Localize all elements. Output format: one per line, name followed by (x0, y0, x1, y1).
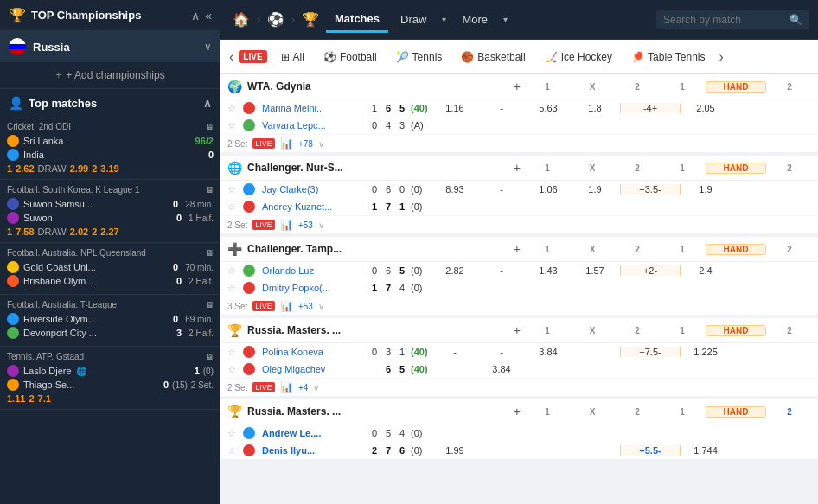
odds-1-polina[interactable]: - (433, 347, 476, 357)
star-icon-andrey[interactable]: ☆ (227, 201, 236, 213)
sport-tab-football[interactable]: ⚽ Football (315, 48, 386, 67)
odds-aval-korea[interactable]: 2.27 (100, 226, 118, 237)
add-championships[interactable]: + + Add championships (0, 62, 220, 89)
odds-x-orlando[interactable]: - (480, 265, 523, 276)
col-h-x-nur: X (571, 163, 614, 173)
odds-h-cricket[interactable]: 1 (7, 163, 12, 174)
tab-more[interactable]: More (453, 8, 496, 31)
team-left-riverside: Riverside Olym... (7, 313, 173, 325)
double-arrow-icon[interactable]: « (205, 9, 212, 22)
hand-cell-orlando[interactable]: +2- (620, 265, 681, 276)
odds-2-jay[interactable]: 1.06 (527, 184, 570, 195)
star-icon-varvara[interactable]: ☆ (227, 120, 236, 131)
more-link-nur[interactable]: +53 (298, 220, 313, 230)
sport-tab-basketball[interactable]: 🏀 Basketball (452, 48, 534, 67)
odds-2-marina[interactable]: 5.63 (527, 103, 570, 113)
plus-icon-tamp[interactable]: + (514, 242, 521, 256)
home-icon[interactable]: 🏠 (229, 8, 253, 31)
expand-icon-wta[interactable]: ∨ (318, 139, 324, 149)
hand-cell-jay[interactable]: +3.5- (620, 184, 681, 195)
odds-a-korea[interactable]: 2 (92, 226, 97, 237)
odds-x-marina[interactable]: - (480, 103, 523, 113)
trophy-nav-icon[interactable]: 🏆 (298, 8, 323, 31)
chevron-more-icon[interactable]: ▾ (500, 11, 511, 28)
sport-tab-icehockey[interactable]: 🏒 Ice Hockey (536, 48, 621, 67)
odds-x-jay[interactable]: - (480, 184, 523, 195)
more-link-wta[interactable]: +78 (298, 139, 313, 149)
odds-a-cricket[interactable]: 2 (92, 163, 97, 174)
plus-icon-wta[interactable]: + (514, 80, 521, 93)
odds-last-marina[interactable]: 2.05 (684, 103, 727, 113)
flag-dmitry (243, 282, 255, 294)
more-link-tamp[interactable]: +53 (298, 302, 313, 311)
odds-1-jay[interactable]: 8.93 (433, 184, 476, 195)
team-time-gold: 70 min. (185, 263, 214, 272)
odds-h-korea[interactable]: 1 (7, 226, 12, 237)
icehockey-icon: 🏒 (545, 51, 558, 63)
ps-denis-3: (0) (411, 445, 422, 456)
odds-last-jay[interactable]: 1.9 (684, 184, 727, 195)
star-icon-oleg[interactable]: ☆ (227, 364, 236, 375)
sport-tab-all[interactable]: ⊞ All (272, 48, 313, 67)
match-league-flag-nur: 🌐 (227, 161, 242, 175)
odds-a-tennis[interactable]: 2 (29, 393, 34, 404)
chart-icon-tamp: 📊 (280, 300, 293, 312)
plus-icon-rus2[interactable]: + (514, 405, 521, 418)
expand-icon-tamp[interactable]: ∨ (318, 302, 324, 311)
odds-aval-tennis[interactable]: 7.1 (38, 393, 51, 404)
more-link-rus1[interactable]: +4 (298, 383, 308, 392)
odds-1-orlando[interactable]: 2.82 (433, 265, 476, 276)
sport-tab-right-arrow[interactable]: › (716, 46, 727, 68)
odds-h-tennis[interactable]: 1.11 (7, 393, 25, 404)
sport-tab-tennis[interactable]: 🎾 Tennis (387, 48, 451, 67)
odds-last-orlando[interactable]: 2.4 (684, 265, 727, 276)
star-icon-dmitry[interactable]: ☆ (227, 283, 236, 294)
star-icon-marina[interactable]: ☆ (227, 103, 236, 114)
star-icon-jay[interactable]: ☆ (227, 184, 236, 195)
expand-icon-nur[interactable]: ∨ (318, 220, 324, 230)
odds-dval-korea[interactable]: 2.02 (70, 226, 88, 237)
hand-cell-denis[interactable]: +5.5- (620, 445, 681, 456)
odds-1-denis[interactable]: 1.99 (433, 445, 476, 456)
star-icon-orlando[interactable]: ☆ (227, 265, 236, 277)
sport-ball-icon[interactable]: ⚽ (264, 8, 288, 31)
country-row-russia[interactable]: Russia ∨ (0, 31, 220, 62)
chevron-down-icon[interactable]: ∨ (204, 41, 212, 53)
star-icon-polina[interactable]: ☆ (227, 347, 236, 358)
odds-last-denis[interactable]: 1.744 (684, 445, 727, 456)
hand-cell-marina[interactable]: -4+ (620, 103, 681, 113)
sport-tab-tabletennis[interactable]: 🏓 Table Tennis (623, 48, 714, 67)
odds-d-korea[interactable]: 7.58 (16, 226, 34, 237)
hand-cell-polina[interactable]: +7.5- (620, 347, 681, 357)
star-icon-andrew[interactable]: ☆ (227, 428, 236, 439)
col-h-1-nur: 1 (526, 163, 569, 173)
odds-aval-cricket[interactable]: 3.19 (100, 163, 118, 174)
tab-draw[interactable]: Draw (392, 8, 435, 31)
matches-area: 🌍 WTA. Gdynia + 1 X 2 1 HAND 2 ☆ Marina … (220, 74, 818, 504)
odds-2-orlando[interactable]: 1.43 (527, 265, 570, 276)
odds-3-jay[interactable]: 1.9 (573, 184, 617, 195)
plus-icon-rus1[interactable]: + (514, 323, 521, 337)
col-h-last-tamp: 2 (768, 245, 811, 254)
odds-3-marina[interactable]: 1.8 (573, 103, 617, 113)
odds-1-marina[interactable]: 1.16 (433, 103, 476, 113)
nav-search-box[interactable]: 🔍 (656, 10, 809, 29)
team-row-suwon1: Suwon Samsu... 0 28 min. (7, 198, 214, 210)
col-h-1-wta: 1 (526, 82, 569, 92)
plus-icon-nur[interactable]: + (514, 161, 521, 175)
chevron-up-icon2[interactable]: ∧ (203, 97, 212, 110)
chevron-up-icon[interactable]: ∧ (191, 9, 200, 22)
odds-x-polina[interactable]: - (480, 347, 523, 357)
odds-d-val-cricket[interactable]: 2.62 (16, 163, 34, 174)
odds-3-orlando[interactable]: 1.57 (573, 265, 617, 276)
star-icon-denis[interactable]: ☆ (227, 445, 236, 456)
odds-2-polina[interactable]: 3.84 (527, 347, 570, 357)
odds-last-polina[interactable]: 1.225 (684, 347, 727, 357)
search-input[interactable] (663, 14, 784, 26)
odds-draw-val-cricket[interactable]: 2.99 (70, 163, 88, 174)
expand-icon-rus1[interactable]: ∨ (313, 383, 319, 392)
sport-tab-left-arrow[interactable]: ‹ (226, 46, 237, 68)
tab-matches[interactable]: Matches (326, 7, 388, 33)
chevron-draw-icon[interactable]: ▾ (438, 11, 450, 28)
flag-orlando (243, 265, 255, 277)
